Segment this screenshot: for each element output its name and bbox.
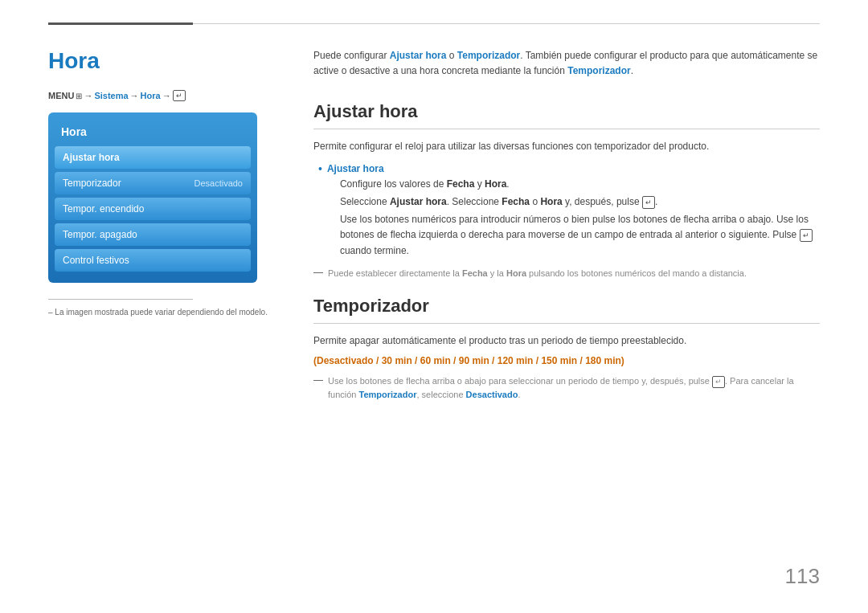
enter-icon: ↵ — [173, 90, 186, 101]
menu-item-value: Desactivado — [194, 178, 243, 188]
section-title-temporizador: Temporizador — [313, 296, 820, 324]
note-line-temporizador: — Use los botones de flecha arriba o aba… — [313, 374, 820, 401]
intro-temporizador: Temporizador — [457, 50, 520, 61]
note-text-temporizador: Use los botones de flecha arriba o abajo… — [328, 374, 820, 401]
note-dash2: — — [313, 374, 323, 401]
note-line-ajustar: — Puede establecer directamente la Fecha… — [313, 267, 820, 280]
enter-btn-icon: ↵ — [642, 196, 655, 209]
section-body-ajustar-hora: Permite configurar el reloj para utiliza… — [313, 139, 820, 154]
menu-item-tempor-apagado[interactable]: Tempor. apagado — [55, 223, 251, 246]
menu-item-tempor-encendido[interactable]: Tempor. encendido — [55, 198, 251, 220]
fecha-bold2: Fecha — [502, 196, 530, 207]
sub-item-1: Configure los valores de Fecha y Hora. — [340, 177, 820, 192]
menu-path-arrow3: → — [162, 91, 171, 100]
left-divider — [48, 299, 193, 300]
ajustar-hora-bold: Ajustar hora — [390, 196, 447, 207]
bullet-title: Ajustar hora — [327, 163, 384, 174]
menu-path-menu: MENU — [48, 91, 74, 100]
menu-path-hora: Hora — [141, 91, 161, 100]
top-decorative-lines — [48, 22, 820, 25]
section-temporizador: Temporizador Permite apagar automáticame… — [313, 296, 820, 402]
timer-options: (Desactivado / 30 min / 60 min / 90 min … — [313, 355, 820, 366]
top-line-light — [193, 23, 820, 24]
left-column: Hora MENU ⊞ → Sistema → Hora → ↵ Hora Aj… — [48, 48, 281, 317]
intro-temporizador2: Temporizador — [567, 65, 630, 76]
image-note: – La imagen mostrada puede variar depend… — [48, 308, 281, 317]
bullet-ajustar-hora: • Ajustar hora Configure los valores de … — [313, 161, 820, 262]
right-column: Puede configurar Ajustar hora o Temporiz… — [313, 48, 820, 405]
menu-item-label: Temporizador — [63, 178, 121, 189]
hora-note: Hora — [506, 268, 526, 278]
menu-icon: ⊞ — [76, 92, 82, 100]
menu-path-arrow1: → — [84, 91, 92, 100]
section-ajustar-hora: Ajustar hora Permite configurar el reloj… — [313, 101, 820, 280]
bullet-dot: • — [318, 161, 322, 262]
desactivado-note-bold: Desactivado — [466, 390, 518, 399]
menu-path-sistema: Sistema — [94, 91, 128, 100]
hora-bold2: Hora — [540, 196, 562, 207]
note-dash: — — [313, 267, 323, 280]
note-text-ajustar: Puede establecer directamente la Fecha y… — [328, 267, 747, 280]
page-number: 113 — [785, 564, 820, 589]
menu-path-arrow2: → — [130, 91, 139, 100]
intro-text: Puede configurar Ajustar hora o Temporiz… — [313, 48, 820, 79]
fecha-note: Fecha — [462, 268, 488, 278]
menu-item-label: Ajustar hora — [63, 152, 120, 163]
sub-item-2: Seleccione Ajustar hora. Seleccione Fech… — [340, 194, 820, 210]
enter-btn-icon3: ↵ — [712, 376, 725, 389]
page-title: Hora — [48, 48, 281, 74]
sub-item-3: Use los botones numéricos para introduci… — [340, 212, 820, 259]
section-body-temporizador: Permite apagar automáticamente el produc… — [313, 333, 820, 349]
fecha-bold: Fecha — [447, 178, 475, 190]
intro-ajustar-hora: Ajustar hora — [390, 50, 447, 61]
top-line-dark — [48, 22, 193, 25]
menu-item-temporizador[interactable]: Temporizador Desactivado — [55, 172, 251, 194]
menu-item-control-festivos[interactable]: Control festivos — [55, 249, 251, 272]
menu-path: MENU ⊞ → Sistema → Hora → ↵ — [48, 90, 281, 101]
menu-panel: Hora Ajustar hora Temporizador Desactiva… — [48, 112, 257, 283]
temporizador-note-bold: Temporizador — [359, 390, 417, 399]
indent-block: Configure los valores de Fecha y Hora. S… — [327, 177, 820, 259]
menu-item-label: Tempor. encendido — [63, 203, 144, 215]
section-title-ajustar-hora: Ajustar hora — [313, 101, 820, 129]
enter-btn-icon2: ↵ — [800, 229, 813, 242]
menu-item-label: Control festivos — [63, 255, 129, 266]
menu-item-label: Tempor. apagado — [63, 229, 137, 240]
menu-item-ajustar-hora[interactable]: Ajustar hora — [55, 146, 251, 169]
hora-bold: Hora — [485, 178, 506, 190]
bullet-content: Ajustar hora Configure los valores de Fe… — [327, 161, 820, 262]
menu-panel-title: Hora — [55, 121, 251, 146]
